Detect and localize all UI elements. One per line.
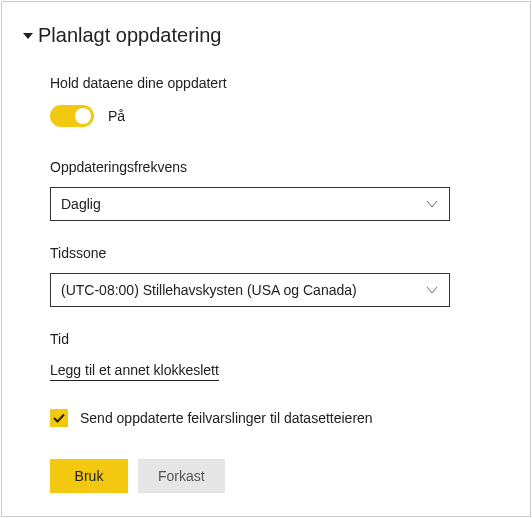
notify-label: Send oppdaterte feilvarslinger til datas… xyxy=(80,410,373,426)
frequency-select[interactable]: Daglig xyxy=(50,187,450,221)
timezone-label: Tidssone xyxy=(50,245,494,261)
toggle-knob xyxy=(75,108,91,124)
frequency-value: Daglig xyxy=(61,196,101,212)
keep-data-toggle-row: På xyxy=(50,105,494,127)
timezone-select[interactable]: (UTC-08:00) Stillehavskysten (USA og Can… xyxy=(50,273,450,307)
chevron-down-icon xyxy=(425,283,439,297)
keep-data-toggle[interactable] xyxy=(50,105,94,127)
frequency-label: Oppdateringsfrekvens xyxy=(50,159,494,175)
scheduled-refresh-panel: Planlagt oppdatering Hold dataene dine o… xyxy=(1,1,531,517)
notify-checkbox[interactable] xyxy=(50,409,68,427)
time-group: Tid Legg til et annet klokkeslett xyxy=(50,331,494,381)
notify-row: Send oppdaterte feilvarslinger til datas… xyxy=(50,409,494,427)
timezone-group: Tidssone (UTC-08:00) Stillehavskysten (U… xyxy=(50,245,494,307)
time-label: Tid xyxy=(50,331,494,347)
apply-button[interactable]: Bruk xyxy=(50,459,128,493)
frequency-group: Oppdateringsfrekvens Daglig xyxy=(50,159,494,221)
chevron-down-icon xyxy=(425,197,439,211)
collapse-icon xyxy=(22,30,34,42)
button-row: Bruk Forkast xyxy=(50,459,494,493)
section-header[interactable]: Planlagt oppdatering xyxy=(22,24,494,47)
discard-button[interactable]: Forkast xyxy=(138,459,225,493)
section-content: Hold dataene dine oppdatert På Oppdateri… xyxy=(20,75,494,493)
add-time-link[interactable]: Legg til et annet klokkeslett xyxy=(50,362,219,381)
timezone-value: (UTC-08:00) Stillehavskysten (USA og Can… xyxy=(61,282,357,298)
toggle-state-label: På xyxy=(108,108,125,124)
keep-data-label: Hold dataene dine oppdatert xyxy=(50,75,494,91)
section-title: Planlagt oppdatering xyxy=(38,24,221,47)
